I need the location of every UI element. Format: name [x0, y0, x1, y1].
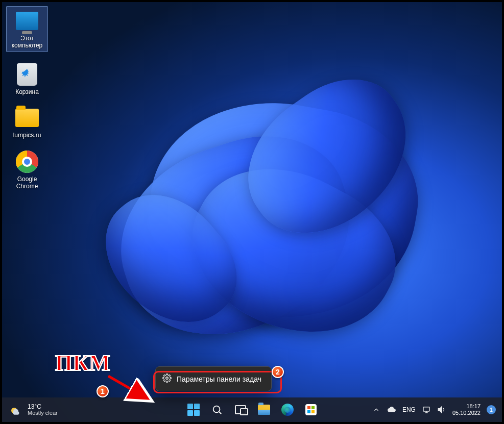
taskbar-system-tray: ENG 18:17 05.10.2022 1 — [372, 403, 502, 416]
file-explorer-button[interactable] — [254, 400, 274, 420]
windows-logo-icon — [187, 404, 200, 416]
recycle-bin-icon — [15, 62, 39, 87]
desktop-icon-recycle-bin[interactable]: Корзина — [6, 62, 48, 96]
taskbar-context-menu: Параметры панели задач — [155, 366, 272, 391]
volume-icon — [437, 405, 446, 414]
weather-temperature: 13°C — [28, 404, 58, 410]
desktop-icon-this-pc[interactable]: Этот компьютер — [6, 6, 48, 52]
clock-date: 05.10.2022 — [452, 410, 481, 416]
desktop-wallpaper[interactable] — [2, 2, 502, 422]
svg-rect-6 — [423, 407, 429, 411]
microsoft-store-button[interactable] — [301, 400, 321, 420]
tray-overflow-button[interactable] — [372, 405, 381, 414]
folder-icon — [258, 405, 270, 415]
svg-point-0 — [166, 377, 169, 380]
start-button[interactable] — [183, 400, 204, 420]
context-menu-item-taskbar-settings[interactable]: Параметры панели задач — [159, 370, 268, 387]
task-view-button[interactable] — [230, 400, 251, 420]
search-button[interactable] — [207, 400, 227, 420]
network-tray-button[interactable] — [422, 405, 431, 414]
desktop-icon-label: Корзина — [15, 89, 39, 96]
task-view-icon — [235, 405, 246, 414]
edge-button[interactable] — [277, 400, 298, 420]
desktop-icon-label: Google Chrome — [6, 176, 48, 190]
taskbar[interactable]: 13°C Mostly clear — [2, 397, 502, 422]
context-menu-item-label: Параметры панели задач — [177, 375, 261, 383]
gear-icon — [162, 373, 172, 384]
network-icon — [422, 405, 431, 414]
weather-icon — [9, 403, 22, 416]
desktop-icon-label: lumpics.ru — [13, 132, 41, 139]
desktop-icon-chrome[interactable]: Google Chrome — [6, 149, 48, 190]
desktop-icon-folder-lumpics[interactable]: lumpics.ru — [6, 106, 48, 139]
language-indicator[interactable]: ENG — [402, 406, 416, 413]
cloud-icon — [387, 405, 396, 414]
taskbar-clock[interactable]: 18:17 05.10.2022 — [452, 403, 481, 416]
taskbar-center-group — [183, 400, 321, 420]
svg-marker-9 — [438, 407, 442, 413]
chrome-icon — [15, 149, 39, 174]
monitor-icon — [15, 9, 39, 33]
weather-condition: Mostly clear — [28, 410, 58, 416]
volume-tray-button[interactable] — [437, 405, 446, 414]
search-icon — [211, 404, 223, 415]
onedrive-tray-icon[interactable] — [387, 405, 396, 414]
chevron-up-icon — [373, 406, 380, 413]
edge-icon — [281, 404, 294, 416]
svg-point-4 — [213, 406, 220, 413]
taskbar-weather-widget[interactable]: 13°C Mostly clear — [2, 403, 58, 416]
clock-time: 18:17 — [466, 403, 481, 410]
folder-icon — [15, 106, 39, 130]
notifications-count: 1 — [490, 407, 493, 413]
desktop-icon-label: Этот компьютер — [8, 35, 46, 49]
svg-line-5 — [219, 412, 221, 414]
notifications-button[interactable]: 1 — [487, 405, 496, 414]
store-icon — [305, 404, 317, 415]
